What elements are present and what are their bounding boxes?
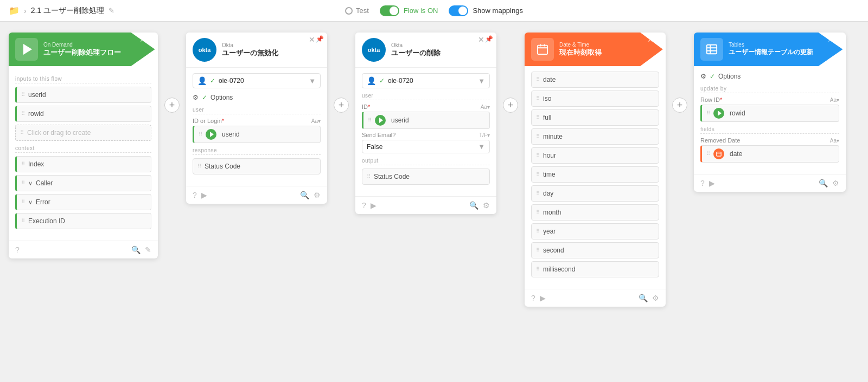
create-drag-field[interactable]: ⠿ Click or drag to create — [15, 125, 151, 141]
tables-footer-right: 🔍 ⚙ — [819, 179, 839, 187]
dt-full-field: ⠿full — [531, 109, 659, 126]
datetime-card: Date & Time 現在時刻取得 ✕ 📌 ⠿date ⠿iso ⠿full … — [525, 33, 666, 307]
trigger-close[interactable]: ✕ — [139, 35, 146, 44]
okta1-logo: okta — [193, 38, 216, 62]
topbar: 📁 › 2.1 ユーザー削除処理 ✎ Test Flow is ON Show … — [0, 0, 868, 22]
tables-row-id-label-row: Row ID* Aa▾ — [700, 96, 839, 103]
userid-field: ⠿ userid — [15, 87, 151, 103]
tables-help-icon[interactable]: ? — [700, 179, 705, 187]
tables-gear-icon[interactable]: ⚙ — [832, 179, 839, 187]
okta1-close[interactable]: ✕ — [309, 35, 315, 44]
okta2-send-email-dropdown[interactable]: False ▼ — [362, 140, 490, 153]
tables-pin[interactable]: 📌 — [834, 35, 843, 43]
tables-icon-box — [700, 38, 723, 61]
plus-button-3[interactable]: + — [503, 98, 518, 113]
okta1-userid-value: userid — [222, 131, 316, 138]
dt-year-field: ⠿year — [531, 223, 659, 239]
svg-rect-8 — [717, 152, 721, 157]
caller-collapse[interactable]: ∨ — [28, 180, 33, 187]
trigger-pin[interactable]: 📌 — [146, 35, 155, 43]
drag-dots-caller: ⠿ — [21, 180, 25, 186]
plus-button-2[interactable]: + — [334, 98, 349, 113]
okta2-play-badge[interactable] — [375, 115, 386, 126]
trigger-icon-box — [15, 38, 38, 61]
tables-removed-date-label: Removed Date — [700, 137, 740, 144]
caller-field: ⠿ ∨ Caller — [15, 175, 151, 191]
drag-dots-tables-date: ⠿ — [706, 151, 710, 157]
dt-iso-field: ⠿iso — [531, 90, 659, 107]
datetime-footer: ? ▶ 🔍 ⚙ — [525, 289, 666, 307]
rowid-field: ⠿ rowid — [15, 106, 151, 122]
plus-button-1[interactable]: + — [164, 98, 180, 113]
okta2-person-icon: 👤 — [367, 76, 376, 85]
context-section-label: context — [15, 145, 151, 153]
okta1-card: okta Okta ユーザーの無効化 ✕ 📌 👤 ✓ oie-0720 ▼ ⚙ … — [186, 33, 327, 204]
okta2-status-code: Status Code — [374, 173, 410, 180]
folder-icon[interactable]: 📁 — [9, 5, 20, 16]
trigger-card-body: Inputs to this Flow ⠿ userid ⠿ rowid ⠿ C… — [9, 66, 158, 237]
tables-footer: ? ▶ 🔍 ⚙ — [694, 174, 846, 192]
tables-close[interactable]: ✕ — [827, 35, 834, 44]
search-icon[interactable]: 🔍 — [131, 245, 141, 254]
okta2-gear-icon[interactable]: ⚙ — [483, 201, 490, 210]
edit-pencil-icon[interactable]: ✎ — [145, 245, 151, 254]
test-button[interactable]: Test — [345, 7, 369, 15]
inputs-section-label: Inputs to this Flow — [15, 76, 151, 83]
plus-button-4[interactable]: + — [672, 98, 687, 113]
drag-dots-okta1-status: ⠿ — [197, 164, 201, 169]
dt-month-field: ⠿month — [531, 204, 659, 221]
okta1-id-label: ID or Login* — [193, 118, 224, 124]
okta2-pin[interactable]: 📌 — [485, 35, 493, 43]
okta1-play-badge[interactable] — [206, 129, 216, 140]
trigger-title: ユーザー削除処理フロー — [43, 48, 121, 57]
okta2-account-selector[interactable]: 👤 ✓ oie-0720 ▼ — [362, 73, 490, 88]
okta1-gear-icon[interactable]: ⚙ — [314, 191, 321, 199]
okta2-footer-left: ? ▶ — [362, 201, 376, 210]
tables-date-play-badge[interactable] — [713, 148, 724, 159]
okta2-play-icon[interactable]: ▶ — [371, 201, 376, 210]
okta1-pin[interactable]: 📌 — [316, 35, 324, 43]
help-icon[interactable]: ? — [15, 245, 20, 254]
okta2-search-icon[interactable]: 🔍 — [469, 201, 478, 210]
caller-text: Caller — [36, 179, 146, 187]
calendar-mini-icon — [716, 151, 722, 157]
error-collapse[interactable]: ∨ — [28, 199, 33, 206]
okta1-help-icon[interactable]: ? — [193, 191, 197, 199]
okta2-id-type: Aa▾ — [481, 104, 490, 110]
drag-dots-okta2-status: ⠿ — [367, 174, 371, 179]
okta2-footer: ? ▶ 🔍 ⚙ — [355, 196, 496, 214]
flow-on-toggle[interactable] — [380, 5, 399, 16]
okta2-account-name: oie-0720 — [388, 77, 475, 85]
okta2-help-icon[interactable]: ? — [362, 201, 366, 210]
trigger-footer-left: ? — [15, 245, 20, 254]
okta2-userid-value: userid — [391, 116, 485, 124]
execution-id-field: ⠿ Execution ID — [15, 213, 151, 229]
show-mappings-toggle-group: Show mappings — [449, 5, 523, 16]
edit-icon[interactable]: ✎ — [108, 7, 114, 15]
okta1-play-icon[interactable]: ▶ — [201, 191, 207, 199]
okta2-close[interactable]: ✕ — [478, 35, 484, 44]
datetime-search-icon[interactable]: 🔍 — [639, 294, 648, 302]
dt-millisecond-field: ⠿millisecond — [531, 261, 659, 277]
tables-play-badge[interactable] — [713, 108, 724, 119]
okta1-account-selector[interactable]: 👤 ✓ oie-0720 ▼ — [193, 73, 321, 88]
datetime-play-icon[interactable]: ▶ — [540, 294, 546, 302]
okta1-title: ユーザーの無効化 — [222, 48, 278, 58]
tables-play-footer-icon[interactable]: ▶ — [709, 179, 715, 187]
dt-hour-field: ⠿hour — [531, 147, 659, 164]
datetime-pin[interactable]: 📌 — [654, 35, 662, 43]
show-mappings-toggle[interactable] — [449, 5, 468, 16]
dt-day-field: ⠿day — [531, 185, 659, 202]
drag-dots-exec-id: ⠿ — [21, 218, 25, 224]
okta2-footer-right: 🔍 ⚙ — [469, 201, 490, 210]
okta1-search-icon[interactable]: 🔍 — [300, 191, 309, 199]
datetime-close[interactable]: ✕ — [647, 35, 654, 44]
datetime-gear-icon[interactable]: ⚙ — [652, 294, 659, 302]
datetime-help-icon[interactable]: ? — [531, 294, 535, 302]
datetime-icon-box — [531, 38, 554, 61]
okta1-options-text: Options — [210, 94, 233, 101]
drag-dots-okta2-userid: ⠿ — [368, 118, 372, 123]
tables-search-icon[interactable]: 🔍 — [819, 179, 828, 187]
tables-date-value: date — [730, 150, 834, 158]
drag-dots-error: ⠿ — [21, 199, 25, 205]
